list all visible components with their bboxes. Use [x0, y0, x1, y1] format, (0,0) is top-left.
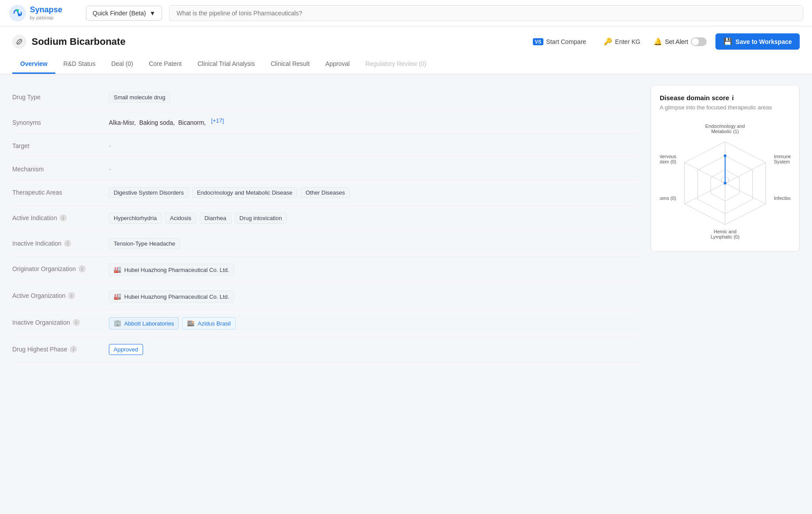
svg-text:System (0): System (0): [774, 159, 790, 164]
inactive-org-info-icon[interactable]: i: [73, 319, 80, 326]
active-indication-info-icon[interactable]: i: [60, 214, 67, 221]
svg-text:Lymphatic (0): Lymphatic (0): [711, 234, 740, 239]
enter-kg-label: Enter KG: [615, 38, 640, 45]
disease-domain-card: Disease domain score i A glimpse into th…: [650, 85, 800, 252]
workspace-icon: 💾: [723, 37, 732, 46]
svg-text:Hemic and: Hemic and: [714, 229, 737, 234]
svg-point-0: [9, 5, 26, 22]
pill-icon: [15, 38, 23, 46]
therapeutic-tag-0: Digestive System Disorders: [109, 187, 189, 198]
active-org-name: Hubei Huazhong Pharmaceutical Co. Ltd.: [124, 293, 229, 300]
indication-tag-1: Acidosis: [165, 213, 196, 224]
inactive-org-name-1: Azidus Brasil: [198, 320, 230, 327]
indication-tag-2: Diarrhea: [200, 213, 231, 224]
drug-highest-phase-value: Approved: [109, 344, 640, 355]
set-alert-toggle[interactable]: [691, 37, 707, 46]
svg-point-1: [16, 9, 19, 12]
drug-highest-phase-info-icon[interactable]: i: [70, 346, 77, 353]
inactive-indication-info-icon[interactable]: i: [64, 240, 71, 247]
enter-kg-button[interactable]: 🔑 Enter KG: [599, 35, 645, 48]
active-indication-label: Active Indication i: [12, 213, 109, 221]
search-input[interactable]: [169, 5, 803, 21]
therapeutic-areas-row: Therapeutic Areas Digestive System Disor…: [12, 180, 640, 206]
logo-sub: by patsnap: [30, 15, 62, 21]
originator-org-value: 🏭 Hubei Huazhong Pharmaceutical Co. Ltd.: [109, 264, 640, 276]
tab-clinical-trial[interactable]: Clinical Trial Analysis: [190, 55, 263, 74]
svg-text:Immune: Immune: [774, 154, 790, 159]
set-alert-label: Set Alert: [665, 38, 688, 45]
drug-icon: [12, 35, 26, 49]
overview-info-table: Drug Type Small molecule drug Synonyms A…: [12, 85, 640, 362]
logo-text: Synapse by patsnap: [30, 5, 62, 21]
drug-type-row: Drug Type Small molecule drug: [12, 85, 640, 110]
originator-org-info-icon[interactable]: i: [79, 265, 86, 272]
save-to-workspace-button[interactable]: 💾 Save to Workspace: [715, 33, 800, 50]
inactive-org-name-0: Abbott Laboratories: [124, 320, 174, 327]
target-value: -: [109, 141, 640, 149]
svg-text:Infectious (0): Infectious (0): [774, 195, 790, 201]
active-org-label: Active Organization i: [12, 290, 109, 299]
logo: Synapse by patsnap: [9, 4, 79, 22]
synonyms-more-link[interactable]: [+17]: [211, 117, 224, 124]
therapeutic-tag-1: Endocrinology and Metabolic Disease: [192, 187, 298, 198]
svg-text:Metabolic (1): Metabolic (1): [711, 129, 739, 134]
active-org-tag-0: 🏭 Hubei Huazhong Pharmaceutical Co. Ltd.: [109, 290, 234, 303]
drug-title-area: Sodium Bicarbonate: [12, 35, 126, 49]
disease-domain-subtitle: A glimpse into the focused therapeutic a…: [660, 104, 790, 111]
mechanism-row: Mechanism -: [12, 157, 640, 180]
quick-finder-label: Quick Finder (Beta): [93, 10, 146, 17]
inactive-org-label: Inactive Organization i: [12, 317, 109, 326]
tab-regulatory-review: Regulatory Review (0): [358, 55, 435, 74]
active-indication-value: Hyperchlorhydria Acidosis Diarrhea Drug …: [109, 213, 640, 224]
inactive-indication-row: Inactive Indication i Tension-Type Heada…: [12, 231, 640, 257]
therapeutic-areas-value: Digestive System Disorders Endocrinology…: [109, 187, 640, 198]
tab-overview[interactable]: Overview: [12, 55, 55, 74]
inactive-org-row: Inactive Organization i 🏢 Abbott Laborat…: [12, 310, 640, 337]
radar-chart: Endocrinology and Metabolic (1) Immune S…: [660, 119, 790, 243]
mechanism-value: -: [109, 164, 640, 173]
drug-name: Sodium Bicarbonate: [32, 36, 126, 47]
set-alert-toggle-group: 🔔 Set Alert: [654, 37, 707, 46]
drug-actions: VS Start Compare 🔑 Enter KG 🔔 Set Alert …: [528, 33, 800, 50]
active-org-icon: 🏭: [114, 293, 122, 300]
alert-icon: 🔔: [654, 37, 662, 46]
originator-org-label: Originator Organization i: [12, 264, 109, 272]
active-org-row: Active Organization i 🏭 Hubei Huazhong P…: [12, 283, 640, 310]
inactive-indication-label: Inactive Indication i: [12, 238, 109, 247]
inactive-org-value: 🏢 Abbott Laboratories 🏬 Azidus Brasil: [109, 317, 640, 329]
tab-clinical-result[interactable]: Clinical Result: [263, 55, 318, 74]
originator-org-icon: 🏭: [114, 266, 122, 274]
drug-type-value: Small molecule drug: [109, 92, 640, 103]
inactive-indication-value: Tension-Type Headache: [109, 238, 640, 249]
tabs-navigation: Overview R&D Status Deal (0) Core Patent…: [12, 55, 800, 74]
target-dash: -: [109, 141, 111, 149]
svg-point-24: [724, 154, 726, 157]
tab-deal[interactable]: Deal (0): [103, 55, 141, 74]
svg-point-2: [18, 14, 21, 16]
active-indication-row: Active Indication i Hyperchlorhydria Aci…: [12, 206, 640, 231]
active-org-info-icon[interactable]: i: [68, 292, 75, 299]
tab-rd-status[interactable]: R&D Status: [55, 55, 103, 74]
quick-finder-button[interactable]: Quick Finder (Beta) ▼: [86, 6, 162, 21]
main-content: Drug Type Small molecule drug Synonyms A…: [0, 74, 812, 373]
drug-phase-tag: Approved: [109, 344, 143, 355]
logo-name: Synapse: [30, 5, 62, 15]
inactive-org-tag-0: 🏢 Abbott Laboratories: [109, 317, 179, 329]
tab-approval[interactable]: Approval: [317, 55, 357, 74]
svg-text:System (0): System (0): [660, 159, 676, 164]
svg-text:Endocrinology and: Endocrinology and: [705, 123, 745, 129]
svg-text:Nervous: Nervous: [660, 154, 676, 159]
drug-header: Sodium Bicarbonate VS Start Compare 🔑 En…: [0, 26, 812, 74]
synonyms-row: Synonyms Alka-Misr, Baking soda, Bicanor…: [12, 110, 640, 134]
inactive-org-icon-0: 🏢: [114, 319, 122, 327]
indication-tag-3: Drug intoxication: [235, 213, 287, 224]
top-navigation: Synapse by patsnap Quick Finder (Beta) ▼: [0, 0, 812, 26]
disease-domain-info-icon[interactable]: i: [732, 94, 733, 101]
therapeutic-tag-2: Other Diseases: [301, 187, 350, 198]
target-row: Target -: [12, 134, 640, 157]
tab-core-patent[interactable]: Core Patent: [141, 55, 190, 74]
start-compare-button[interactable]: VS Start Compare: [528, 36, 591, 48]
save-to-workspace-label: Save to Workspace: [736, 38, 792, 45]
mechanism-label: Mechanism: [12, 164, 109, 173]
vs-icon: VS: [533, 38, 544, 45]
